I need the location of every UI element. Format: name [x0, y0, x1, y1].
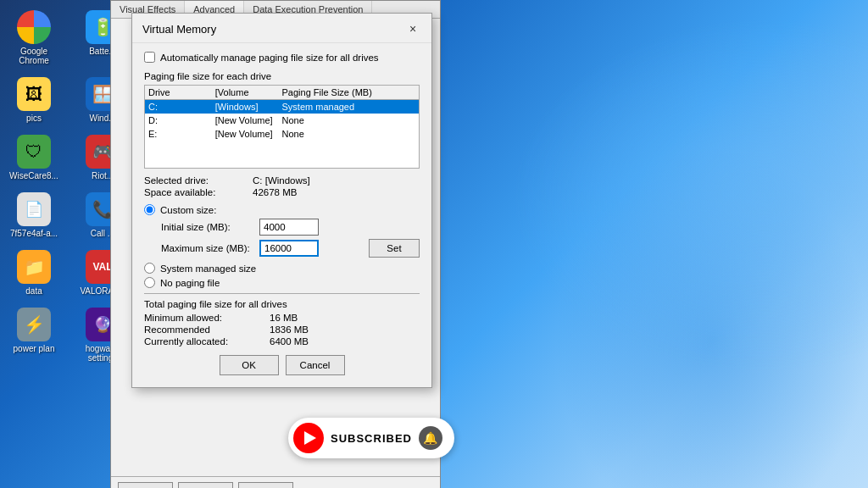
- drive-c-volume: [Windows]: [215, 102, 282, 112]
- auto-manage-label: Automatically manage paging file size fo…: [160, 53, 379, 63]
- vm-titlebar: Virtual Memory ×: [132, 14, 431, 43]
- no-paging-label: No paging file: [160, 278, 220, 288]
- drive-e-volume: [New Volume]: [215, 129, 282, 139]
- file-label: 7f57e4af-a...: [10, 229, 58, 238]
- recommended-label: Recommended: [144, 324, 263, 335]
- selected-drive-value: C: [Windows]: [253, 175, 420, 186]
- desktop-icon-chrome[interactable]: Google Chrome: [4, 7, 64, 69]
- vm-divider: [144, 293, 420, 294]
- drive-d-drive: D:: [148, 115, 215, 125]
- selected-drive-label: Selected drive:: [144, 175, 246, 186]
- no-paging-radio-row: No paging file: [144, 277, 420, 288]
- yt-subscribed-text: SUBSCRIBED: [331, 432, 412, 445]
- initial-size-label: Initial size (MB):: [161, 222, 254, 232]
- vm-close-button[interactable]: ×: [404, 20, 421, 37]
- custom-size-radio-row: Custom size:: [144, 204, 420, 215]
- perf-cancel-button[interactable]: Cancel: [178, 482, 233, 488]
- virtual-memory-dialog: Virtual Memory × Automatically manage pa…: [131, 13, 432, 388]
- header-drive: Drive: [148, 87, 215, 97]
- powerplan-label: power plan: [14, 344, 55, 353]
- header-paging-size: Paging File Size (MB): [282, 87, 416, 97]
- yt-play-icon: [304, 431, 316, 445]
- vm-cancel-button[interactable]: Cancel: [286, 355, 345, 375]
- perf-apply-button[interactable]: Apply: [238, 482, 293, 488]
- drive-d-volume: [New Volume]: [215, 115, 282, 125]
- desktop-icon-file[interactable]: 📄 7f57e4af-a...: [4, 189, 64, 241]
- recommended-value: 1836 MB: [270, 324, 420, 335]
- yt-subscribe-badge[interactable]: SUBSCRIBED 🔔: [288, 418, 454, 458]
- chrome-label: Google Chrome: [8, 47, 60, 65]
- set-button[interactable]: Set: [369, 239, 420, 258]
- desktop-icon-powerplan[interactable]: ⚡ power plan: [4, 304, 64, 366]
- perf-ok-button[interactable]: OK: [118, 482, 173, 488]
- table-row-c[interactable]: C: [Windows] System managed: [145, 100, 419, 114]
- drive-e-drive: E:: [148, 129, 215, 139]
- table-row-e[interactable]: E: [New Volume] None: [145, 127, 419, 141]
- desktop-icon-wisecare[interactable]: 🛡 WiseCare8...: [4, 131, 64, 184]
- table-row-d[interactable]: D: [New Volume] None: [145, 114, 419, 127]
- desktop-icon-data[interactable]: 📁 data: [4, 247, 64, 299]
- paging-section-title: Paging file size for each drive: [144, 71, 420, 81]
- maximum-size-input[interactable]: [259, 240, 319, 257]
- yt-bell-icon[interactable]: 🔔: [419, 426, 442, 450]
- drive-table-body: C: [Windows] System managed D: [New Volu…: [145, 100, 419, 168]
- wisecare-label: WiseCare8...: [9, 171, 58, 180]
- min-allowed-label: Minimum allowed:: [144, 313, 263, 323]
- totals-title: Total paging file size for all drives: [144, 299, 420, 309]
- currently-allocated-label: Currently allocated:: [144, 336, 263, 347]
- vm-bottom-buttons: OK Cancel: [144, 355, 420, 379]
- pics-label: pics: [26, 114, 42, 123]
- drive-table-container: Drive [Volume Paging File Size (MB) C: […: [144, 85, 420, 169]
- system-managed-label: System managed size: [160, 263, 256, 274]
- data-label: data: [25, 286, 42, 296]
- yt-icon: [293, 423, 324, 453]
- min-allowed-value: 16 MB: [270, 313, 420, 323]
- maximum-size-label: Maximum size (MB):: [161, 243, 254, 253]
- system-managed-radio[interactable]: [144, 263, 155, 274]
- selected-drive-info: Selected drive: C: [Windows] Space avail…: [144, 175, 420, 197]
- space-available-value: 42678 MB: [253, 187, 420, 197]
- space-available-label: Space available:: [144, 187, 246, 197]
- paging-size-options: Custom size: Initial size (MB): Maximum …: [144, 204, 420, 288]
- drive-e-size: None: [282, 129, 416, 139]
- desktop-background: Google Chrome 🔋 Batte... 🖼 pics 🪟 Wind..…: [0, 0, 868, 488]
- auto-manage-checkbox[interactable]: [144, 52, 155, 63]
- vm-dialog-title: Virtual Memory: [142, 23, 216, 36]
- initial-size-row: Initial size (MB):: [144, 219, 420, 236]
- initial-size-input[interactable]: [259, 219, 319, 236]
- vm-dialog-body: Automatically manage paging file size fo…: [132, 43, 431, 387]
- drive-c-drive: C:: [148, 102, 215, 112]
- no-paging-radio[interactable]: [144, 277, 155, 288]
- drive-table-header: Drive [Volume Paging File Size (MB): [145, 86, 419, 100]
- custom-size-label: Custom size:: [160, 205, 216, 215]
- desktop-icon-pics[interactable]: 🖼 pics: [4, 74, 64, 126]
- totals-grid: Minimum allowed: 16 MB Recommended 1836 …: [144, 313, 420, 347]
- custom-size-radio[interactable]: [144, 204, 155, 215]
- vm-ok-button[interactable]: OK: [220, 355, 279, 375]
- drive-d-size: None: [282, 115, 416, 125]
- system-managed-radio-row: System managed size: [144, 263, 420, 274]
- drive-c-size: System managed: [282, 102, 416, 112]
- header-volume: [Volume: [215, 87, 282, 97]
- maximum-size-row: Maximum size (MB):: [144, 240, 362, 257]
- vm-auto-manage-row: Automatically manage paging file size fo…: [144, 52, 420, 63]
- currently-allocated-value: 6400 MB: [270, 336, 420, 347]
